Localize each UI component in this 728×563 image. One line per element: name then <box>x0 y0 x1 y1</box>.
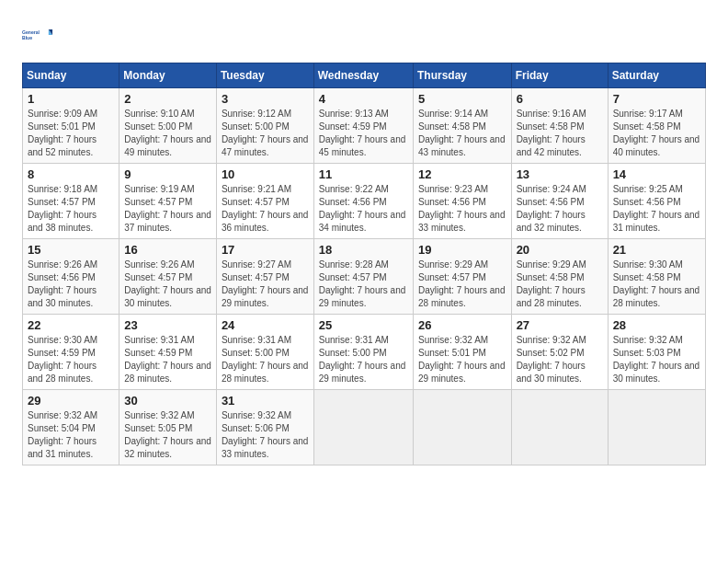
day-number: 4 <box>319 92 408 106</box>
day-number: 21 <box>613 243 700 257</box>
day-info: Sunrise: 9:32 AMSunset: 5:02 PMDaylight:… <box>517 334 603 385</box>
day-number: 13 <box>517 167 603 181</box>
day-cell-30: 30 Sunrise: 9:32 AMSunset: 5:05 PMDaylig… <box>119 390 217 465</box>
day-number: 8 <box>28 167 114 181</box>
day-number: 28 <box>613 318 700 332</box>
day-info: Sunrise: 9:13 AMSunset: 4:59 PMDaylight:… <box>319 108 408 159</box>
weekday-header-wednesday: Wednesday <box>313 63 413 88</box>
day-info: Sunrise: 9:30 AMSunset: 4:59 PMDaylight:… <box>28 334 114 385</box>
day-info: Sunrise: 9:16 AMSunset: 4:58 PMDaylight:… <box>517 108 603 159</box>
day-info: Sunrise: 9:28 AMSunset: 4:57 PMDaylight:… <box>319 259 408 310</box>
day-info: Sunrise: 9:23 AMSunset: 4:56 PMDaylight:… <box>418 183 506 235</box>
day-cell-22: 22 Sunrise: 9:30 AMSunset: 4:59 PMDaylig… <box>23 315 119 390</box>
week-row-1: 1 Sunrise: 9:09 AMSunset: 5:01 PMDayligh… <box>23 88 706 164</box>
day-number: 29 <box>28 394 114 408</box>
week-row-5: 29 Sunrise: 9:32 AMSunset: 5:04 PMDaylig… <box>23 390 706 465</box>
day-info: Sunrise: 9:32 AMSunset: 5:05 PMDaylight:… <box>124 409 211 461</box>
weekday-header-tuesday: Tuesday <box>216 63 313 88</box>
day-cell-24: 24 Sunrise: 9:31 AMSunset: 5:00 PMDaylig… <box>216 315 313 390</box>
day-info: Sunrise: 9:14 AMSunset: 4:58 PMDaylight:… <box>418 108 506 159</box>
day-number: 17 <box>222 243 309 257</box>
day-cell-10: 10 Sunrise: 9:21 AMSunset: 4:57 PMDaylig… <box>216 164 313 239</box>
day-number: 31 <box>222 394 309 408</box>
week-row-2: 8 Sunrise: 9:18 AMSunset: 4:57 PMDayligh… <box>23 164 706 239</box>
day-info: Sunrise: 9:12 AMSunset: 5:00 PMDaylight:… <box>222 108 309 159</box>
day-cell-23: 23 Sunrise: 9:31 AMSunset: 4:59 PMDaylig… <box>119 315 217 390</box>
day-info: Sunrise: 9:26 AMSunset: 4:57 PMDaylight:… <box>124 259 211 310</box>
day-cell-8: 8 Sunrise: 9:18 AMSunset: 4:57 PMDayligh… <box>23 164 119 239</box>
day-number: 19 <box>418 243 506 257</box>
day-cell-4: 4 Sunrise: 9:13 AMSunset: 4:59 PMDayligh… <box>313 88 413 164</box>
week-row-4: 22 Sunrise: 9:30 AMSunset: 4:59 PMDaylig… <box>23 315 706 390</box>
day-number: 18 <box>319 243 408 257</box>
day-cell-3: 3 Sunrise: 9:12 AMSunset: 5:00 PMDayligh… <box>216 88 313 164</box>
day-cell-16: 16 Sunrise: 9:26 AMSunset: 4:57 PMDaylig… <box>119 239 217 315</box>
day-info: Sunrise: 9:31 AMSunset: 5:00 PMDaylight:… <box>222 334 309 385</box>
day-info: Sunrise: 9:10 AMSunset: 5:00 PMDaylight:… <box>124 108 211 159</box>
day-cell-18: 18 Sunrise: 9:28 AMSunset: 4:57 PMDaylig… <box>313 239 413 315</box>
day-cell-31: 31 Sunrise: 9:32 AMSunset: 5:06 PMDaylig… <box>216 390 313 465</box>
day-number: 11 <box>319 167 408 181</box>
day-cell-21: 21 Sunrise: 9:30 AMSunset: 4:58 PMDaylig… <box>608 239 705 315</box>
page: General Blue SundayMondayTuesdayWednesda… <box>0 0 728 480</box>
logo: General Blue <box>22 18 55 52</box>
logo-icon: General Blue <box>22 18 55 52</box>
day-number: 22 <box>28 318 114 332</box>
day-cell-26: 26 Sunrise: 9:32 AMSunset: 5:01 PMDaylig… <box>413 315 511 390</box>
week-row-3: 15 Sunrise: 9:26 AMSunset: 4:56 PMDaylig… <box>23 239 706 315</box>
calendar-header: SundayMondayTuesdayWednesdayThursdayFrid… <box>23 63 706 88</box>
day-cell-13: 13 Sunrise: 9:24 AMSunset: 4:56 PMDaylig… <box>511 164 608 239</box>
day-info: Sunrise: 9:29 AMSunset: 4:57 PMDaylight:… <box>418 259 506 310</box>
day-cell-19: 19 Sunrise: 9:29 AMSunset: 4:57 PMDaylig… <box>413 239 511 315</box>
day-info: Sunrise: 9:21 AMSunset: 4:57 PMDaylight:… <box>222 183 309 235</box>
day-number: 24 <box>222 318 309 332</box>
day-number: 26 <box>418 318 506 332</box>
day-info: Sunrise: 9:29 AMSunset: 4:58 PMDaylight:… <box>517 259 603 310</box>
day-info: Sunrise: 9:31 AMSunset: 4:59 PMDaylight:… <box>124 334 211 385</box>
empty-cell <box>413 390 511 465</box>
header: General Blue <box>22 18 706 52</box>
day-number: 9 <box>124 167 211 181</box>
calendar-table: SundayMondayTuesdayWednesdayThursdayFrid… <box>22 63 706 465</box>
day-cell-27: 27 Sunrise: 9:32 AMSunset: 5:02 PMDaylig… <box>511 315 608 390</box>
day-info: Sunrise: 9:17 AMSunset: 4:58 PMDaylight:… <box>613 108 700 159</box>
day-info: Sunrise: 9:22 AMSunset: 4:56 PMDaylight:… <box>319 183 408 235</box>
weekday-header-saturday: Saturday <box>608 63 705 88</box>
weekday-header-sunday: Sunday <box>23 63 119 88</box>
day-info: Sunrise: 9:19 AMSunset: 4:57 PMDaylight:… <box>124 183 211 235</box>
day-cell-25: 25 Sunrise: 9:31 AMSunset: 5:00 PMDaylig… <box>313 315 413 390</box>
weekday-header-thursday: Thursday <box>413 63 511 88</box>
day-cell-14: 14 Sunrise: 9:25 AMSunset: 4:56 PMDaylig… <box>608 164 705 239</box>
svg-text:General: General <box>22 29 40 35</box>
day-info: Sunrise: 9:18 AMSunset: 4:57 PMDaylight:… <box>28 183 114 235</box>
day-info: Sunrise: 9:32 AMSunset: 5:06 PMDaylight:… <box>222 409 309 461</box>
day-cell-17: 17 Sunrise: 9:27 AMSunset: 4:57 PMDaylig… <box>216 239 313 315</box>
day-info: Sunrise: 9:32 AMSunset: 5:01 PMDaylight:… <box>418 334 506 385</box>
day-info: Sunrise: 9:31 AMSunset: 5:00 PMDaylight:… <box>319 334 408 385</box>
day-cell-1: 1 Sunrise: 9:09 AMSunset: 5:01 PMDayligh… <box>23 88 119 164</box>
day-cell-29: 29 Sunrise: 9:32 AMSunset: 5:04 PMDaylig… <box>23 390 119 465</box>
day-info: Sunrise: 9:09 AMSunset: 5:01 PMDaylight:… <box>28 108 114 159</box>
day-info: Sunrise: 9:24 AMSunset: 4:56 PMDaylight:… <box>517 183 603 235</box>
svg-text:Blue: Blue <box>22 35 32 40</box>
empty-cell <box>511 390 608 465</box>
day-cell-15: 15 Sunrise: 9:26 AMSunset: 4:56 PMDaylig… <box>23 239 119 315</box>
day-number: 15 <box>28 243 114 257</box>
day-number: 14 <box>613 167 700 181</box>
day-info: Sunrise: 9:30 AMSunset: 4:58 PMDaylight:… <box>613 259 700 310</box>
day-cell-2: 2 Sunrise: 9:10 AMSunset: 5:00 PMDayligh… <box>119 88 217 164</box>
day-info: Sunrise: 9:26 AMSunset: 4:56 PMDaylight:… <box>28 259 114 310</box>
weekday-header-friday: Friday <box>511 63 608 88</box>
day-number: 25 <box>319 318 408 332</box>
day-number: 7 <box>613 92 700 106</box>
day-number: 23 <box>124 318 211 332</box>
day-number: 6 <box>517 92 603 106</box>
day-number: 20 <box>517 243 603 257</box>
day-number: 2 <box>124 92 211 106</box>
empty-cell <box>313 390 413 465</box>
day-number: 5 <box>418 92 506 106</box>
day-number: 3 <box>222 92 309 106</box>
day-cell-12: 12 Sunrise: 9:23 AMSunset: 4:56 PMDaylig… <box>413 164 511 239</box>
day-info: Sunrise: 9:32 AMSunset: 5:03 PMDaylight:… <box>613 334 700 385</box>
day-cell-28: 28 Sunrise: 9:32 AMSunset: 5:03 PMDaylig… <box>608 315 705 390</box>
